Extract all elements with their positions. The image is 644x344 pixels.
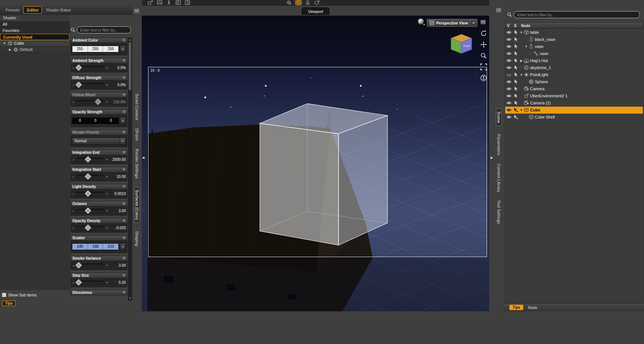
color-dropdown-button[interactable]: ▼ xyxy=(120,117,126,124)
color-component-value[interactable]: 145 xyxy=(72,244,88,250)
slider-track[interactable] xyxy=(76,263,104,267)
scene-node-camera-2[interactable]: Camera (2) xyxy=(505,100,643,107)
slider-handle[interactable] xyxy=(94,98,102,106)
slider-increment-button[interactable]: + xyxy=(105,175,108,179)
dropdown-arrow-icon[interactable]: ▼ xyxy=(120,138,125,144)
slider-increment-button[interactable]: + xyxy=(105,192,108,196)
collapse-left-pane-icon[interactable]: ◀ xyxy=(142,156,144,159)
scene-node-sphere[interactable]: Sphere xyxy=(505,78,643,85)
pan-tool-icon[interactable] xyxy=(480,41,487,48)
tab-content-library[interactable]: Content Library xyxy=(497,164,501,192)
scene-node-cube-shell[interactable]: Cube Shell xyxy=(505,114,643,121)
landscape-icon[interactable] xyxy=(157,0,163,5)
selectability-toggle[interactable] xyxy=(512,51,519,56)
selectability-toggle[interactable] xyxy=(512,93,519,98)
color-component-value[interactable]: 255 xyxy=(103,46,118,52)
expander-icon[interactable]: ▶ xyxy=(8,48,12,51)
draw-style-dropdown-arrow[interactable]: ▼ xyxy=(423,23,425,26)
visibility-toggle[interactable] xyxy=(505,107,512,113)
slider-decrement-button[interactable]: – xyxy=(72,100,75,104)
slider-track[interactable] xyxy=(76,83,104,87)
gear-icon[interactable]: ⚙ xyxy=(122,110,125,114)
preset-item-default[interactable]: ▶Default xyxy=(0,46,69,53)
visibility-toggle[interactable] xyxy=(505,30,512,35)
preset-item-all[interactable]: All xyxy=(0,21,69,27)
scene-node-camera[interactable]: Camera xyxy=(505,85,643,93)
gear-icon[interactable]: ⚙ xyxy=(122,291,125,294)
slider-decrement-button[interactable]: – xyxy=(72,192,75,196)
color-component-value[interactable]: 0 xyxy=(88,118,104,124)
color-component-value[interactable]: 0 xyxy=(103,118,118,124)
gear-icon[interactable]: ⚙ xyxy=(122,257,125,260)
slider-decrement-button[interactable]: – xyxy=(72,281,75,285)
tab-editor[interactable]: Editor xyxy=(23,6,42,14)
param-group-header[interactable]: Opacity Density⚙ xyxy=(71,218,127,224)
param-group-header[interactable]: Opacity Strength⚙ xyxy=(71,109,127,115)
slider-handle[interactable] xyxy=(75,262,82,269)
gear-icon[interactable]: ⚙ xyxy=(122,185,125,188)
param-group-header[interactable]: Follow Blend⚙ xyxy=(71,92,127,98)
selectability-toggle[interactable] xyxy=(512,65,519,70)
slider-decrement-button[interactable]: – xyxy=(72,209,75,213)
tab-dform[interactable]: DForm xyxy=(135,129,139,141)
box-arrow-icon[interactable] xyxy=(147,0,153,5)
slider-track[interactable] xyxy=(76,158,104,162)
slider-decrement-button[interactable]: – xyxy=(72,226,75,230)
zoom-tool-icon[interactable] xyxy=(480,52,487,59)
slider-increment-button[interactable]: + xyxy=(105,100,108,104)
visibility-toggle[interactable] xyxy=(505,93,512,98)
orbit-tool-icon[interactable] xyxy=(480,30,487,37)
param-scrollbar[interactable]: ▲ ▼ xyxy=(128,38,132,301)
scroll-down-icon[interactable]: ▼ xyxy=(128,297,132,299)
viewport-options-icon[interactable] xyxy=(481,20,486,24)
scene-node-skydome-1[interactable]: skydome_1 xyxy=(505,64,643,71)
param-group-header[interactable]: Smoke Variance⚙ xyxy=(71,256,127,261)
gear-icon[interactable]: ⚙ xyxy=(122,236,125,240)
color-component-value[interactable]: 255 xyxy=(88,46,104,52)
viewport-tab[interactable]: Viewport xyxy=(302,7,330,15)
visibility-toggle[interactable] xyxy=(505,44,512,49)
param-group-header[interactable]: Step Size⚙ xyxy=(71,273,127,278)
slider-handle[interactable] xyxy=(84,207,92,214)
slider-increment-button[interactable]: + xyxy=(105,66,108,70)
scroll-up-icon[interactable]: ▲ xyxy=(128,39,132,41)
view-selector[interactable]: Perspective View ▼ xyxy=(427,19,477,27)
slider-increment-button[interactable]: + xyxy=(105,226,108,230)
slider-track[interactable] xyxy=(76,192,104,196)
tab-shader-baker[interactable]: Shader Baker xyxy=(43,7,74,13)
scene-node-pointlight[interactable]: ▼PointLight xyxy=(505,71,643,78)
tab-shaping[interactable]: Shaping xyxy=(135,231,139,246)
slider-increment-button[interactable]: + xyxy=(105,264,108,267)
view-selector-dropdown-arrow[interactable]: ▼ xyxy=(470,20,477,26)
scene-node-cube[interactable]: ▼Cube xyxy=(505,107,643,114)
gear-icon[interactable]: ⚙ xyxy=(122,151,125,154)
visibility-toggle[interactable] xyxy=(505,65,512,70)
gear-icon[interactable]: ⚙ xyxy=(122,202,125,205)
show-sub-items-row[interactable]: ✓ Show Sub Items xyxy=(2,293,36,297)
tab-parameters[interactable]: Parameters xyxy=(497,134,501,155)
visibility-toggle[interactable] xyxy=(505,37,512,42)
slider-increment-button[interactable]: + xyxy=(105,83,108,87)
visibility-toggle[interactable] xyxy=(505,114,512,120)
param-group-header[interactable]: Octaves⚙ xyxy=(71,201,127,207)
pane-split-left-icon[interactable] xyxy=(175,0,181,5)
slider-handle[interactable] xyxy=(84,156,92,163)
selectability-toggle[interactable] xyxy=(512,37,519,42)
column-node[interactable]: Node xyxy=(519,23,643,29)
slider-decrement-button[interactable]: – xyxy=(72,158,75,162)
scene-node-vase[interactable]: vase xyxy=(505,50,643,57)
gear-icon[interactable]: ⚙ xyxy=(122,93,125,97)
param-group-header[interactable]: Light Density⚙ xyxy=(71,184,127,189)
visibility-toggle[interactable] xyxy=(505,100,512,106)
param-filter-input[interactable] xyxy=(77,26,131,33)
figure-icon[interactable] xyxy=(166,0,172,5)
aim-camera-icon[interactable] xyxy=(480,74,487,82)
slider-handle[interactable] xyxy=(75,279,82,286)
expander-icon[interactable]: ▼ xyxy=(519,31,523,34)
selectability-toggle[interactable] xyxy=(512,107,519,113)
selectability-toggle[interactable] xyxy=(512,79,519,84)
visibility-toggle[interactable] xyxy=(505,51,512,56)
selectability-toggle[interactable] xyxy=(512,44,519,49)
scene-node-uberenvironment2-1[interactable]: UberEnvironment2 1 xyxy=(505,93,643,100)
expander-icon[interactable]: ▼ xyxy=(524,45,528,48)
